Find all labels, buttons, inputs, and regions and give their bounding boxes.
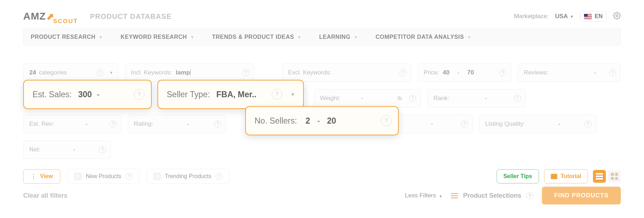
label: New Products (86, 173, 121, 180)
dash: - (594, 69, 596, 76)
nav-label: LEARNING (319, 34, 351, 40)
page-title: PRODUCT DATABASE (90, 12, 172, 21)
new-products-checkbox[interactable]: New Products ? (67, 169, 140, 184)
grid-view-button[interactable] (608, 170, 621, 183)
header-right: Marketplace: USA ▼ EN (514, 11, 621, 22)
dash: - (431, 120, 433, 128)
filter-est-rev[interactable]: Est. Rev: - ? (23, 115, 121, 133)
dash: - (97, 90, 99, 99)
filter-weight[interactable]: Weight: - lb ? (314, 89, 421, 108)
actions-row: ⋮ View New Products ? Trending Products … (23, 169, 621, 184)
help-icon[interactable]: ? (242, 69, 250, 76)
label: Rank: (433, 95, 449, 102)
filter-listing-quality[interactable]: Listing Quality: - ? (479, 115, 596, 133)
help-icon[interactable]: ? (409, 95, 416, 102)
value: lamp (176, 69, 190, 76)
view-button[interactable]: ⋮ View (23, 169, 60, 184)
label: Product Selections (463, 192, 521, 199)
label: Incl. Keywords: (131, 69, 172, 76)
label: Price: (424, 69, 439, 76)
checkbox-icon (154, 173, 161, 180)
help-icon[interactable]: ? (110, 120, 117, 128)
chevron-up-icon: ▲ (439, 194, 442, 198)
nav-learning[interactable]: LEARNING▼ (319, 34, 358, 40)
seller-tips-button[interactable]: Seller Tips (497, 169, 539, 183)
nav-trends[interactable]: TRENDS & PRODUCT IDEAS▼ (212, 34, 301, 40)
svg-point-0 (616, 15, 618, 17)
dash: - (558, 120, 560, 128)
help-icon[interactable]: ? (399, 69, 407, 76)
help-icon[interactable]: ? (216, 173, 223, 180)
help-icon[interactable]: ? (609, 69, 616, 76)
nav-competitor[interactable]: COMPETITOR DATA ANALYSIS▼ (376, 34, 471, 40)
help-icon[interactable]: ? (214, 120, 221, 128)
highlight-est-sales[interactable]: Est. Sales: 300 - ? (23, 80, 152, 109)
chevron-down-icon: ▼ (468, 35, 471, 39)
help-icon[interactable]: ? (126, 173, 133, 180)
gear-icon[interactable] (613, 12, 621, 21)
find-products-button[interactable]: FIND PRODUCTS (542, 187, 621, 204)
help-icon[interactable]: ? (381, 115, 392, 126)
nav-label: TRENDS & PRODUCT IDEAS (212, 34, 294, 40)
less-filters-toggle[interactable]: Less Filters ▲ (405, 192, 442, 199)
filter-net[interactable]: Net: - ? (23, 140, 111, 159)
highlight-no-sellers[interactable]: No. Sellers: 2 - 20 ? (245, 106, 399, 135)
nav-product-research[interactable]: PRODUCT RESEARCH▼ (31, 34, 103, 40)
help-icon[interactable]: ? (514, 95, 521, 102)
view-mode-toggle (593, 170, 621, 183)
filter-categories[interactable]: 24 categories ? ▼ (23, 63, 119, 82)
help-icon[interactable]: ? (97, 69, 104, 76)
label: Rating: (134, 120, 153, 128)
help-icon[interactable]: ? (272, 89, 282, 100)
label: Est. Sales: (32, 90, 72, 99)
chevron-down-icon[interactable]: ▼ (290, 92, 295, 97)
text-cursor-icon (190, 69, 191, 76)
label: Est. Rev: (29, 120, 54, 128)
chevron-down-icon: ▼ (191, 35, 194, 39)
dash: - (317, 116, 320, 125)
help-icon[interactable]: ? (584, 120, 592, 128)
clear-all-filters[interactable]: Clear all filters (23, 192, 67, 199)
nav-keyword-research[interactable]: KEYWORD RESEARCH▼ (121, 34, 194, 40)
help-icon[interactable]: ? (461, 120, 468, 128)
nav-label: PRODUCT RESEARCH (31, 34, 95, 40)
dash: - (361, 95, 363, 102)
label: Tutorial (561, 173, 581, 180)
help-icon[interactable]: ? (499, 69, 507, 76)
help-icon[interactable]: ? (526, 192, 533, 199)
filter-price[interactable]: Price: 40 - 70 ? (418, 63, 511, 82)
actions-right: Seller Tips Tutorial (497, 169, 621, 183)
dash: - (85, 120, 87, 128)
chevron-down-icon[interactable]: ▼ (109, 71, 113, 75)
filter-rank[interactable]: Rank: - ? (427, 89, 525, 108)
logo-amz: AMZ (23, 11, 46, 22)
flag-usa-icon (584, 14, 592, 19)
help-icon[interactable]: ? (99, 146, 106, 153)
filter-excl-keywords[interactable]: Excl. Keywords: ? (282, 63, 411, 82)
trending-products-checkbox[interactable]: Trending Products ? (147, 169, 230, 184)
product-selections[interactable]: Product Selections ? (451, 192, 533, 199)
chevron-down-icon: ▼ (298, 35, 301, 39)
highlight-seller-type[interactable]: Seller Type: FBA, Mer.. ? ▼ (157, 80, 304, 109)
filter-reviews[interactable]: Reviews: - ? (518, 63, 621, 82)
tutorial-button[interactable]: Tutorial (544, 169, 588, 183)
dash: - (73, 146, 75, 153)
chat-icon (551, 174, 557, 179)
filter-rating[interactable]: Rating: - ? (128, 115, 226, 133)
view-label: View (40, 173, 53, 180)
help-icon[interactable]: ? (134, 89, 145, 100)
lang-code: EN (595, 13, 603, 20)
logo: AMZ ⬈ SCOUT (23, 11, 79, 22)
footer: Clear all filters Less Filters ▲ Product… (23, 187, 621, 204)
marketplace-selector[interactable]: USA ▼ (555, 13, 574, 20)
categories-label: categories (39, 69, 67, 76)
language-selector[interactable]: EN (580, 11, 607, 22)
footer-right: Less Filters ▲ Product Selections ? FIND… (405, 187, 621, 204)
checkbox-icon (74, 173, 81, 180)
marketplace-label: Marketplace: (514, 13, 549, 20)
label: Reviews: (524, 69, 548, 76)
filter-incl-keywords[interactable]: Incl. Keywords: lamp ? (125, 63, 254, 82)
list-view-button[interactable] (593, 170, 606, 183)
label: Seller Type: (167, 90, 210, 99)
label: Net: (29, 146, 40, 153)
